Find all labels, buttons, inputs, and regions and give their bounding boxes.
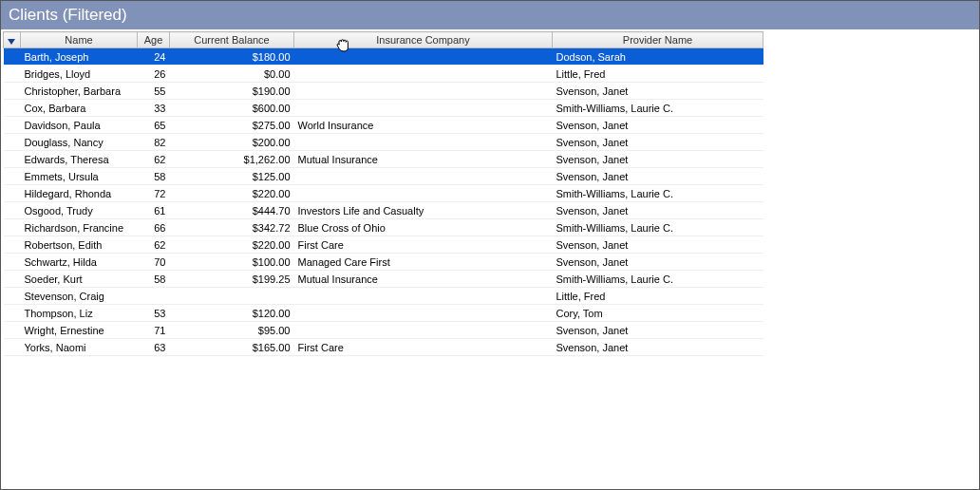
window-titlebar[interactable]: Clients (Filtered): [1, 1, 979, 29]
cell-balance: $190.00: [170, 83, 294, 100]
cell-name: Schwartz, Hilda: [21, 254, 138, 271]
cell-marker: [4, 100, 21, 117]
cell-insurance: [294, 322, 553, 339]
svg-marker-0: [8, 39, 15, 45]
table-row[interactable]: Osgood, Trudy61$444.70Investors Life and…: [4, 202, 763, 219]
cell-insurance: Managed Care First: [294, 254, 553, 271]
cell-provider: Svenson, Janet: [553, 168, 763, 185]
cell-age: [138, 288, 170, 305]
header-label-name: Name: [65, 34, 92, 46]
cell-marker: [4, 254, 21, 271]
cell-name: Barth, Joseph: [21, 48, 138, 66]
cell-age: 55: [138, 83, 170, 100]
cell-name: Christopher, Barbara: [21, 83, 138, 100]
table-row[interactable]: Hildegard, Rhonda72$220.00Smith-Williams…: [4, 185, 763, 202]
cell-balance: $100.00: [170, 254, 294, 271]
header-label-provider: Provider Name: [623, 34, 692, 46]
cell-balance: $120.00: [170, 305, 294, 322]
cell-insurance: Blue Cross of Ohio: [294, 219, 553, 236]
table-row[interactable]: Yorks, Naomi63$165.00First CareSvenson, …: [4, 339, 763, 356]
table-row[interactable]: Bridges, Lloyd26$0.00Little, Fred: [4, 66, 763, 83]
cell-marker: [4, 305, 21, 322]
table-row[interactable]: Richardson, Francine66$342.72Blue Cross …: [4, 219, 763, 236]
cell-marker: [4, 66, 21, 83]
cell-name: Stevenson, Craig: [21, 288, 138, 305]
table-row[interactable]: Robertson, Edith62$220.00First CareSvens…: [4, 236, 763, 254]
cell-marker: [4, 288, 21, 305]
cell-provider: Dodson, Sarah: [553, 48, 763, 66]
cell-marker: [4, 185, 21, 202]
header-label-balance: Current Balance: [194, 34, 270, 46]
table-row[interactable]: Cox, Barbara33$600.00Smith-Williams, Lau…: [4, 100, 763, 117]
cell-balance: $200.00: [170, 134, 294, 151]
table-row[interactable]: Emmets, Ursula58$125.00Svenson, Janet: [4, 168, 763, 185]
table-row[interactable]: Schwartz, Hilda70$100.00Managed Care Fir…: [4, 254, 763, 271]
cell-name: Richardson, Francine: [21, 219, 138, 236]
cell-age: 24: [138, 48, 170, 66]
cell-provider: Smith-Williams, Laurie C.: [553, 219, 763, 236]
cell-provider: Little, Fred: [553, 66, 763, 83]
table-row[interactable]: Stevenson, CraigLittle, Fred: [4, 288, 763, 305]
cell-provider: Smith-Williams, Laurie C.: [553, 185, 763, 202]
cell-age: 70: [138, 254, 170, 271]
column-header-provider[interactable]: Provider Name: [553, 32, 763, 48]
table-container: Name Age Current Balance Insurance Compa…: [1, 29, 979, 489]
cell-marker: [4, 117, 21, 134]
cell-name: Thompson, Liz: [21, 305, 138, 322]
cell-marker: [4, 271, 21, 288]
table-row[interactable]: Douglass, Nancy82$200.00Svenson, Janet: [4, 134, 763, 151]
cell-marker: [4, 151, 21, 168]
cell-name: Davidson, Paula: [21, 117, 138, 134]
table-row[interactable]: Thompson, Liz53$120.00Cory, Tom: [4, 305, 763, 322]
cell-insurance: [294, 288, 553, 305]
column-header-balance[interactable]: Current Balance: [170, 32, 294, 48]
cell-name: Edwards, Theresa: [21, 151, 138, 168]
cell-balance: $600.00: [170, 100, 294, 117]
cell-age: 63: [138, 339, 170, 356]
table-row[interactable]: Wright, Ernestine71$95.00Svenson, Janet: [4, 322, 763, 339]
header-label-insurance: Insurance Company: [376, 34, 469, 46]
cell-insurance: [294, 168, 553, 185]
table-row[interactable]: Barth, Joseph24$180.00Dodson, Sarah: [4, 48, 763, 66]
table-row[interactable]: Davidson, Paula65$275.00World InsuranceS…: [4, 117, 763, 134]
cell-provider: Svenson, Janet: [553, 236, 763, 254]
cell-age: 62: [138, 151, 170, 168]
cell-insurance: [294, 83, 553, 100]
cell-marker: [4, 48, 21, 66]
cell-balance: $125.00: [170, 168, 294, 185]
cell-marker: [4, 236, 21, 254]
cell-marker: [4, 219, 21, 236]
column-header-name[interactable]: Name: [21, 32, 138, 48]
column-header-insurance[interactable]: Insurance Company: [294, 32, 553, 48]
window-title: Clients (Filtered): [9, 6, 127, 25]
column-header-sort[interactable]: [4, 32, 21, 48]
cell-balance: $444.70: [170, 202, 294, 219]
cell-name: Yorks, Naomi: [21, 339, 138, 356]
table-row[interactable]: Edwards, Theresa62$1,262.00Mutual Insura…: [4, 151, 763, 168]
cell-balance: $1,262.00: [170, 151, 294, 168]
cell-marker: [4, 168, 21, 185]
column-header-age[interactable]: Age: [138, 32, 170, 48]
cell-age: 61: [138, 202, 170, 219]
cell-provider: Svenson, Janet: [553, 117, 763, 134]
cell-insurance: [294, 185, 553, 202]
cell-name: Emmets, Ursula: [21, 168, 138, 185]
cell-name: Robertson, Edith: [21, 236, 138, 254]
cell-provider: Svenson, Janet: [553, 134, 763, 151]
cell-insurance: [294, 66, 553, 83]
cell-name: Osgood, Trudy: [21, 202, 138, 219]
cell-insurance: [294, 48, 553, 66]
cell-balance: $275.00: [170, 117, 294, 134]
cell-age: 62: [138, 236, 170, 254]
sort-descending-icon: [7, 36, 16, 47]
cell-balance: $220.00: [170, 185, 294, 202]
cell-balance: $199.25: [170, 271, 294, 288]
cell-age: 65: [138, 117, 170, 134]
header-label-age: Age: [144, 34, 163, 46]
cell-balance: [170, 288, 294, 305]
table-row[interactable]: Christopher, Barbara55$190.00Svenson, Ja…: [4, 83, 763, 100]
table-row[interactable]: Soeder, Kurt58$199.25Mutual InsuranceSmi…: [4, 271, 763, 288]
cell-provider: Smith-Williams, Laurie C.: [553, 100, 763, 117]
cell-insurance: Mutual Insurance: [294, 271, 553, 288]
cell-balance: $180.00: [170, 48, 294, 66]
